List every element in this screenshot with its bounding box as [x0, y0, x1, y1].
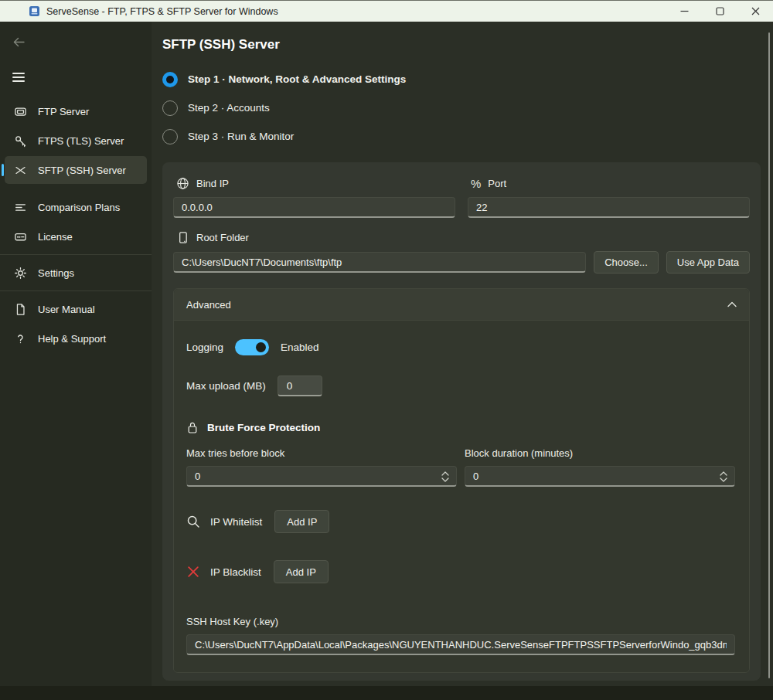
settings-card: Bind IP % Port — [162, 162, 761, 681]
brute-force-title: Brute Force Protection — [207, 422, 320, 433]
sidebar-item-label: FTPS (TLS) Server — [38, 135, 124, 147]
block-duration-input[interactable] — [465, 466, 735, 487]
max-tries-input[interactable] — [186, 466, 457, 487]
license-card-icon — [12, 229, 28, 244]
step-1-radio[interactable]: Step 1 · Network, Root & Advanced Settin… — [162, 65, 773, 93]
sidebar-item-label: SFTP (SSH) Server — [38, 165, 126, 176]
folder-page-icon — [176, 231, 189, 244]
sidebar-item-label: FTP Server — [38, 106, 89, 117]
app-icon — [29, 5, 40, 17]
root-folder-field-group: Root Folder Choose... Use App Data — [173, 230, 750, 274]
logging-row: Logging Enabled — [186, 339, 735, 355]
ssh-host-key-input[interactable] — [186, 634, 735, 655]
search-icon — [186, 515, 200, 528]
main-content: SFTP (SSH) Server Step 1 · Network, Root… — [152, 22, 773, 686]
port-field-group: % Port — [468, 173, 750, 218]
sidebar-item-help-support[interactable]: Help & Support — [5, 325, 147, 352]
step-2-radio[interactable]: Step 2 · Accounts — [162, 93, 773, 122]
max-upload-input[interactable] — [278, 375, 322, 396]
sidebar-divider — [0, 291, 152, 291]
nav-gap — [0, 185, 152, 192]
advanced-label: Advanced — [186, 299, 231, 311]
step-label: Step 1 · Network, Root & Advanced Settin… — [188, 73, 406, 85]
minimize-button[interactable] — [666, 1, 702, 22]
bind-ip-field-group: Bind IP — [173, 173, 455, 218]
ip-whitelist-row: IP Whitelist Add IP — [186, 510, 735, 533]
sidebar-item-label: Comparison Plans — [38, 202, 120, 213]
bind-ip-label: Bind IP — [196, 178, 229, 189]
sidebar-item-label: License — [38, 231, 73, 243]
window-controls — [666, 1, 773, 22]
globe-icon — [176, 177, 189, 190]
window-title: ServeSense - FTP, FTPS & SFTP Server for… — [46, 6, 278, 17]
sidebar-divider — [0, 254, 152, 255]
step-radio-group: Step 1 · Network, Root & Advanced Settin… — [162, 65, 773, 151]
port-label: Port — [488, 178, 506, 189]
sidebar-item-sftp-server[interactable]: SFTP (SSH) Server — [5, 156, 147, 184]
sidebar-item-label: Settings — [38, 267, 74, 279]
sidebar-item-comparison-plans[interactable]: Comparison Plans — [5, 193, 147, 221]
ip-blacklist-row: IP Blacklist Add IP — [186, 560, 735, 583]
block-duration-label: Block duration (minutes) — [465, 447, 735, 459]
sidebar-item-license[interactable]: License — [5, 223, 147, 250]
chevron-up-icon — [727, 301, 737, 308]
selected-indicator — [2, 164, 4, 176]
close-button[interactable] — [737, 1, 773, 22]
lock-icon — [186, 421, 199, 434]
sidebar: FTP Server FTPS (TLS) Server SFTP (SSH) … — [0, 22, 152, 686]
sidebar-item-user-manual[interactable]: User Manual — [5, 295, 147, 323]
logging-state-label: Enabled — [281, 342, 319, 353]
ssh-host-key-label: SSH Host Key (.key) — [186, 616, 735, 627]
max-tries-field — [186, 466, 457, 487]
sidebar-item-settings[interactable]: Settings — [5, 259, 147, 287]
radio-unselected-icon — [162, 100, 178, 116]
key-icon — [12, 133, 28, 148]
advanced-expander: Advanced Logging Enabled Max uploa — [173, 288, 750, 673]
vertical-scrollbar[interactable] — [768, 32, 770, 678]
title-bar: ServeSense - FTP, FTPS & SFTP Server for… — [0, 0, 773, 22]
sidebar-item-label: User Manual — [38, 304, 95, 315]
step-label: Step 3 · Run & Monitor — [188, 131, 294, 142]
gear-icon — [12, 265, 28, 280]
number-spinner-icon[interactable] — [719, 471, 728, 483]
sidebar-item-ftps-server[interactable]: FTPS (TLS) Server — [5, 127, 147, 155]
step-label: Step 2 · Accounts — [188, 102, 270, 114]
red-x-icon — [186, 565, 200, 579]
sidebar-item-label: Help & Support — [38, 333, 106, 345]
page-title: SFTP (SSH) Server — [162, 37, 773, 53]
sidebar-item-ftp-server[interactable]: FTP Server — [5, 97, 147, 125]
blacklist-add-ip-button[interactable]: Add IP — [274, 560, 329, 583]
list-lines-icon — [12, 199, 28, 215]
port-input[interactable] — [468, 197, 750, 218]
root-folder-label: Root Folder — [196, 232, 249, 243]
max-tries-label: Max tries before block — [186, 447, 457, 459]
whitelist-add-ip-button[interactable]: Add IP — [274, 510, 329, 533]
max-upload-row: Max upload (MB) — [186, 375, 735, 396]
back-button[interactable] — [12, 32, 31, 51]
choose-button[interactable]: Choose... — [594, 251, 659, 274]
ip-whitelist-label: IP Whitelist — [210, 516, 262, 528]
number-spinner-icon[interactable] — [441, 471, 450, 483]
window-bottom-edge — [0, 686, 773, 700]
maximize-button[interactable] — [702, 1, 737, 22]
root-folder-input[interactable] — [173, 252, 586, 273]
ip-blacklist-label: IP Blacklist — [210, 566, 261, 578]
brute-force-title-row: Brute Force Protection — [186, 421, 735, 434]
radio-selected-icon — [162, 72, 178, 87]
advanced-expander-header[interactable]: Advanced — [174, 289, 749, 320]
logging-toggle[interactable] — [235, 339, 269, 355]
app-body: FTP Server FTPS (TLS) Server SFTP (SSH) … — [0, 22, 773, 686]
max-upload-label: Max upload (MB) — [186, 380, 266, 392]
percent-icon: % — [471, 177, 481, 190]
question-icon — [12, 331, 28, 346]
step-3-radio[interactable]: Step 3 · Run & Monitor — [162, 122, 773, 151]
use-app-data-button[interactable]: Use App Data — [666, 251, 750, 274]
block-duration-field — [465, 466, 735, 487]
document-icon — [12, 301, 28, 317]
menu-toggle-button[interactable] — [12, 68, 31, 87]
logging-label: Logging — [186, 342, 223, 353]
terminal-cross-icon — [12, 162, 28, 178]
toggle-knob — [256, 342, 266, 352]
bind-ip-input[interactable] — [173, 197, 455, 218]
radio-unselected-icon — [162, 129, 178, 144]
